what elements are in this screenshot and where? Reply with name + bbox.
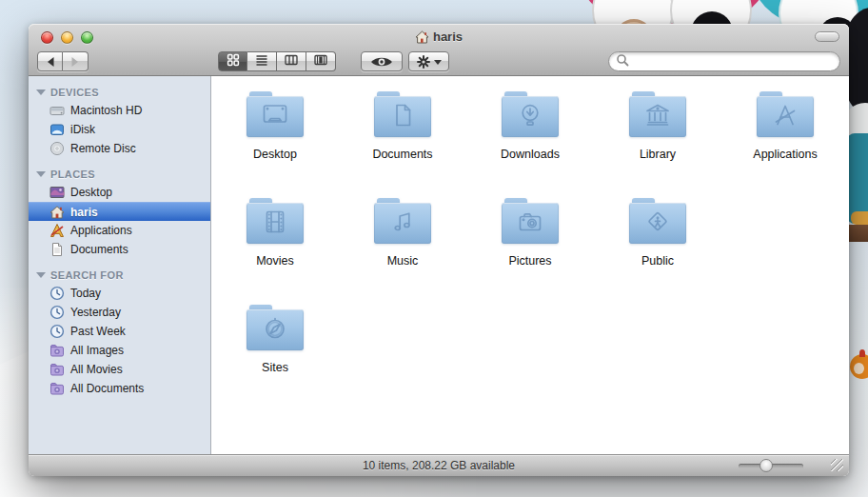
sidebar-item-today[interactable]: Today [29,284,210,303]
idisk-icon [49,122,65,137]
smart-folder-icon [49,362,65,377]
search-input[interactable] [629,55,839,69]
list-view-button[interactable] [247,51,277,71]
finder-window: haris DEVICESMacintosh HDiDiskRemote Dis… [29,24,849,476]
sidebar-item-haris[interactable]: haris [29,202,210,221]
side-owl-feet [851,211,868,225]
sidebar-item-label: Past Week [70,325,126,338]
blue-folder-icon [757,91,814,137]
section-label: PLACES [50,169,95,180]
side-owl-body [847,133,868,224]
search-field[interactable] [608,51,840,71]
blue-folder-icon [247,198,304,244]
sidebar-item-label: Today [70,287,101,300]
sidebar-item-idisk[interactable]: iDisk [29,120,210,139]
navigation-buttons [37,51,89,71]
sidebar-item-label: Remote Disc [70,142,136,155]
sidebar-item-all-documents[interactable]: All Documents [29,379,210,398]
sidebar-item-label: Desktop [70,186,112,199]
sidebar-item-label: iDisk [70,123,95,136]
sidebar-item-yesterday[interactable]: Yesterday [29,303,210,322]
sidebar-section-places: PLACESDesktopharisApplicationsDocuments [29,166,210,259]
folder-label: Documents [372,148,432,161]
sidebar-item-documents[interactable]: Documents [29,240,210,259]
applications-a-icon [49,223,65,238]
folder-label: Music [387,254,419,268]
folder-sites[interactable]: Sites [211,305,339,411]
quick-look-button[interactable] [361,51,403,71]
sidebar-item-macintosh-hd[interactable]: Macintosh HD [29,101,210,120]
folder-label: Public [641,254,674,268]
home-icon [415,30,429,47]
coverflow-view-button[interactable] [306,51,336,71]
column-view-button[interactable] [277,51,306,71]
window-title-text: haris [433,30,463,44]
icon-view-icon [227,53,240,70]
folder-desktop[interactable]: Desktop [211,91,339,198]
remote-disc-icon [49,141,65,156]
folder-applications[interactable]: Applications [721,91,849,198]
document-icon [49,242,65,257]
sidebar-item-label: Applications [70,224,132,237]
orange-bird-wallpaper [850,354,868,379]
resize-grip[interactable] [831,459,843,471]
sidebar-item-label: Documents [70,243,128,256]
back-button[interactable] [37,51,63,71]
sidebar-item-all-images[interactable]: All Images [29,341,210,360]
blue-folder-icon [629,91,686,137]
folder-label: Library [640,148,676,161]
folder-documents[interactable]: Documents [339,91,466,198]
toolbar-toggle-pill[interactable] [815,31,839,42]
window-chrome[interactable]: haris [29,24,849,76]
clock-icon [49,286,65,301]
desktop-picture-icon [49,185,65,200]
sidebar-item-remote-disc[interactable]: Remote Disc [29,139,210,158]
sidebar-item-applications[interactable]: Applications [29,221,210,240]
status-bar: 10 items, 208.22 GB available [29,454,849,476]
folder-row: DesktopDocumentsDownloadsLibraryApplicat… [211,91,849,198]
blue-folder-icon [374,198,431,244]
folder-label: Pictures [508,254,551,268]
section-label: DEVICES [50,87,99,98]
sidebar-item-label: All Documents [70,382,144,395]
folder-public[interactable]: Public [594,198,721,305]
slider-knob[interactable] [760,459,773,472]
sidebar-section-devices: DEVICESMacintosh HDiDiskRemote Disc [29,84,210,158]
folder-pictures[interactable]: Pictures [466,198,594,305]
section-header: SEARCH FOR [29,267,210,284]
sidebar-item-all-movies[interactable]: All Movies [29,360,210,379]
sidebar-item-past-week[interactable]: Past Week [29,322,210,341]
blue-folder-icon [247,91,304,137]
folder-music[interactable]: Music [339,198,466,305]
section-label: SEARCH FOR [50,269,124,281]
blue-folder-icon [502,198,559,244]
folder-view: DesktopDocumentsDownloadsLibraryApplicat… [211,76,849,454]
sidebar-item-label: All Images [70,344,124,357]
folder-downloads[interactable]: Downloads [466,91,594,198]
forward-button[interactable] [63,51,89,71]
clock-icon [49,324,65,339]
icon-view-button[interactable] [218,51,247,71]
clock-icon [49,305,65,320]
folder-library[interactable]: Library [594,91,721,198]
blue-folder-icon [247,305,304,350]
home-icon [49,205,65,220]
window-title: haris [29,30,849,47]
disclosure-triangle-icon[interactable] [36,272,46,278]
sidebar-item-desktop[interactable]: Desktop [29,183,210,202]
disclosure-triangle-icon[interactable] [36,171,46,177]
view-mode-control [218,51,336,71]
action-button[interactable] [408,51,449,71]
window-content: DEVICESMacintosh HDiDiskRemote DiscPLACE… [29,76,849,454]
folder-movies[interactable]: Movies [211,198,339,305]
sidebar-item-label: All Movies [70,363,123,376]
icon-size-slider[interactable] [739,464,803,468]
smart-folder-icon [49,381,65,396]
disclosure-triangle-icon[interactable] [36,89,46,95]
coverflow-view-icon [314,53,327,70]
search-icon [616,53,629,70]
sidebar: DEVICESMacintosh HDiDiskRemote DiscPLACE… [29,76,211,454]
section-header: PLACES [29,166,210,183]
folder-label: Sites [262,361,288,374]
folder-label: Downloads [501,148,560,161]
